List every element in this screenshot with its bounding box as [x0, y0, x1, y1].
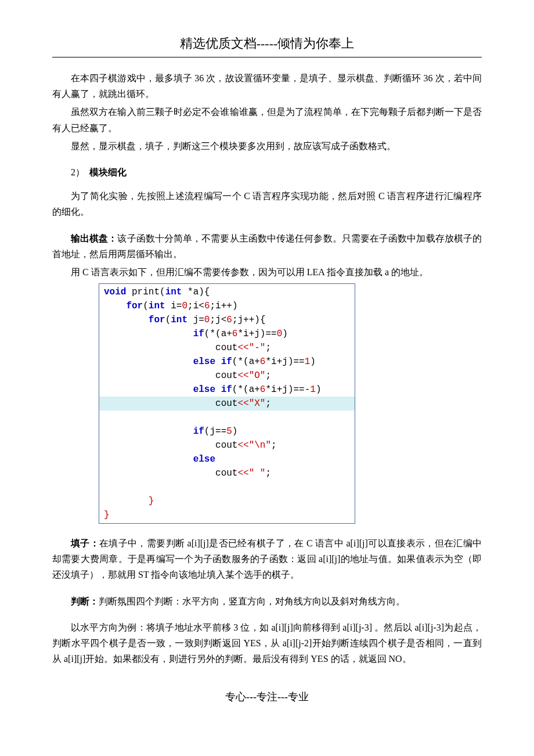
page-footer: 专心---专注---专业	[52, 690, 482, 704]
code-line: for(int i=0;i<6;i++)	[99, 299, 355, 313]
code-token: (*(a+	[232, 357, 260, 367]
code-token: *i+j)==	[237, 329, 276, 339]
code-token: ;	[265, 343, 271, 353]
code-token: "\n"	[249, 440, 271, 451]
code-token: )	[232, 426, 238, 437]
code-token: <<	[237, 343, 248, 353]
code-token: ;	[265, 468, 271, 478]
code-token: <<	[237, 468, 248, 478]
code-token	[104, 301, 126, 311]
paragraph: 显然，显示棋盘，填子，判断这三个模块要多次用到，故应该写成子函数格式。	[52, 138, 482, 154]
code-line: else if(*(a+6*i+j)==-1)	[99, 383, 355, 397]
code-token: (*(a+	[232, 384, 260, 395]
paragraph: 填子：在填子中，需要判断 a[i][j]是否已经有棋子了，在 C 语言中 a[i…	[52, 535, 482, 583]
code-token: if	[193, 329, 204, 339]
code-token: ;i<	[187, 301, 204, 311]
code-line: cout<<"-";	[99, 341, 355, 355]
code-token: 1	[305, 357, 311, 367]
code-token: print(	[126, 287, 165, 297]
code-token: for	[126, 301, 143, 311]
paragraph: 在本四子棋游戏中，最多填子 36 次，故设置循环变量，是填子、显示棋盘、判断循环…	[52, 70, 482, 102]
code-token: *i+j)==-	[265, 384, 310, 395]
code-token: *a){	[182, 287, 210, 297]
paragraph: 以水平方向为例：将填子地址水平前移 3 位，如 a[i][j]向前移得到 a[i…	[52, 620, 482, 667]
code-line: }	[99, 508, 355, 522]
spacer	[52, 222, 482, 231]
code-token: 5	[226, 426, 232, 437]
header-divider	[52, 57, 482, 57]
code-token: <<	[237, 398, 248, 409]
code-token: <<	[237, 440, 248, 451]
code-token: )	[316, 384, 322, 395]
code-token: <<	[237, 370, 248, 381]
code-line	[99, 480, 355, 494]
subheading-fill: 填子：	[71, 538, 99, 548]
code-token: 6	[226, 315, 232, 325]
code-token: ;i++)	[210, 301, 237, 311]
code-token: 0	[182, 301, 187, 311]
code-token	[104, 329, 193, 339]
code-token: for	[149, 315, 165, 325]
code-token: "-"	[249, 343, 266, 353]
code-token: i=	[165, 301, 182, 311]
code-token	[104, 357, 193, 367]
code-token: cout	[104, 343, 237, 353]
section-heading: 2） 模块细化	[52, 164, 482, 180]
paragraph: 判断：判断氛围四个判断：水平方向，竖直方向，对角线方向以及斜对角线方向。	[52, 593, 482, 609]
code-line: else	[99, 452, 355, 466]
code-token: 0	[277, 329, 283, 339]
paragraph: 虽然双方在输入前三颗子时必定不会谁输谁赢，但是为了流程简单，在下完每颗子后都判断…	[52, 104, 482, 135]
code-token: ;	[271, 440, 277, 451]
code-line	[99, 411, 355, 424]
code-token: cout	[104, 398, 237, 409]
section-title: 模块细化	[89, 167, 127, 177]
code-token: 6	[232, 329, 238, 339]
code-token: ;j++){	[232, 315, 266, 325]
code-token: (*(a+	[204, 329, 232, 339]
code-line: cout<<" ";	[99, 466, 355, 480]
paragraph-text: 判断氛围四个判断：水平方向，竖直方向，对角线方向以及斜对角线方向。	[99, 596, 405, 606]
code-token: ;	[265, 370, 271, 381]
code-token: (j==	[204, 426, 226, 437]
code-token: j=	[187, 315, 204, 325]
code-token: if	[193, 426, 204, 437]
spacer	[52, 585, 482, 593]
code-token: "O"	[249, 370, 266, 381]
spacer	[52, 527, 482, 535]
code-token: else	[193, 454, 215, 465]
code-token: "X"	[249, 398, 266, 409]
code-line: cout<<"\n";	[99, 438, 355, 452]
paragraph: 输出棋盘：该子函数十分简单，不需要从主函数中传递任何参数。只需要在子函数中加载存…	[52, 231, 482, 262]
paragraph: 用 C 语言表示如下，但用汇编不需要传参数，因为可以用 LEA 指令直接加载 a…	[52, 264, 482, 280]
code-token	[104, 426, 193, 437]
code-token	[104, 454, 193, 465]
code-token: *i+j)==	[265, 357, 304, 367]
code-token: (	[165, 315, 171, 325]
section-number: 2）	[71, 167, 85, 177]
paragraph-text: 在填子中，需要判断 a[i][j]是否已经有棋子了，在 C 语言中 a[i][j…	[52, 538, 482, 579]
code-line: if(j==5)	[99, 424, 355, 438]
code-line: void print(int *a){	[99, 285, 355, 299]
code-token: (	[143, 301, 149, 311]
code-token: cout	[104, 468, 237, 478]
code-token: cout	[104, 370, 237, 381]
code-token	[104, 315, 149, 325]
code-token: cout	[104, 440, 237, 451]
code-token	[104, 384, 193, 395]
code-token: " "	[249, 468, 266, 478]
page-header: 精选优质文档-----倾情为你奉上	[52, 35, 482, 52]
code-token: }	[104, 496, 154, 506]
code-token: int	[149, 301, 165, 311]
code-token: 1	[310, 384, 316, 395]
code-line: cout<<"O";	[99, 369, 355, 383]
paragraph: 为了简化实验，先按照上述流程编写一个 C 语言程序实现功能，然后对照 C 语言程…	[52, 188, 482, 219]
subheading-judge: 判断：	[71, 596, 99, 606]
code-token: )	[310, 357, 316, 367]
code-line: if(*(a+6*i+j)==0)	[99, 327, 355, 341]
code-line: for(int j=0;j<6;j++){	[99, 313, 355, 327]
code-block: void print(int *a){ for(int i=0;i<6;i++)…	[99, 283, 355, 524]
code-token: ;	[265, 398, 271, 409]
subheading-output-board: 输出棋盘：	[71, 233, 117, 243]
code-token: ;j<	[210, 315, 226, 325]
code-token: )	[282, 329, 288, 339]
